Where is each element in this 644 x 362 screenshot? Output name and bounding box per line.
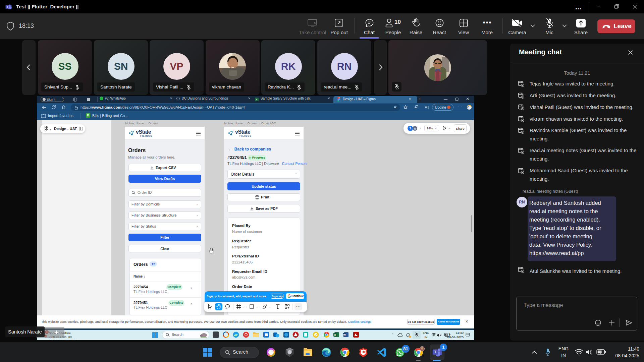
svg-text:W: W: [343, 334, 346, 337]
svg-text:T: T: [434, 350, 436, 354]
svg-text:T: T: [6, 5, 8, 8]
svg-text:X: X: [334, 334, 336, 337]
